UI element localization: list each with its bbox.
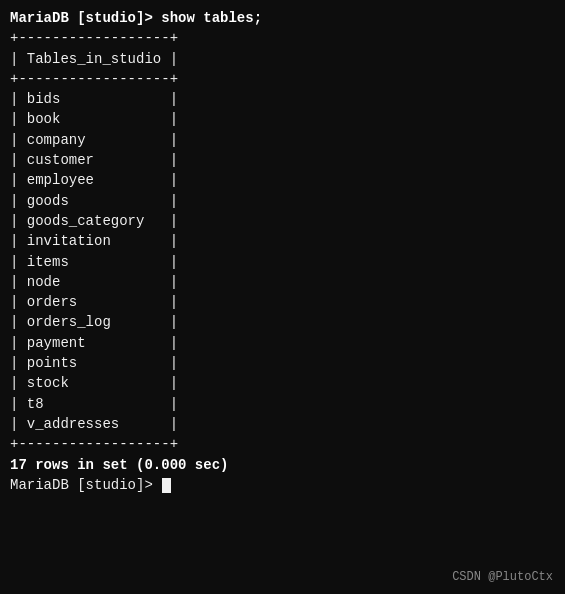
- terminal-line: | items |: [10, 252, 555, 272]
- terminal-line: | company |: [10, 130, 555, 150]
- terminal-line: | v_addresses |: [10, 414, 555, 434]
- terminal-line: 17 rows in set (0.000 sec): [10, 455, 555, 475]
- terminal-line: | payment |: [10, 333, 555, 353]
- terminal-line: | node |: [10, 272, 555, 292]
- terminal-line: MariaDB [studio]> show tables;: [10, 8, 555, 28]
- terminal-line: | customer |: [10, 150, 555, 170]
- terminal-line: | goods |: [10, 191, 555, 211]
- terminal-line: | orders_log |: [10, 312, 555, 332]
- terminal-line: +------------------+: [10, 69, 555, 89]
- watermark: CSDN @PlutoCtx: [452, 570, 553, 584]
- terminal-line: MariaDB [studio]>: [10, 475, 555, 495]
- terminal-line: | book |: [10, 109, 555, 129]
- terminal-line: | stock |: [10, 373, 555, 393]
- terminal-line: | employee |: [10, 170, 555, 190]
- terminal-line: | t8 |: [10, 394, 555, 414]
- terminal-window: MariaDB [studio]> show tables;+---------…: [0, 0, 565, 594]
- terminal-line: | orders |: [10, 292, 555, 312]
- terminal-line: | invitation |: [10, 231, 555, 251]
- terminal-line: | bids |: [10, 89, 555, 109]
- terminal-line: | goods_category |: [10, 211, 555, 231]
- terminal-line: | Tables_in_studio |: [10, 49, 555, 69]
- terminal-cursor: [162, 478, 171, 493]
- terminal-line: | points |: [10, 353, 555, 373]
- terminal-line: +------------------+: [10, 434, 555, 454]
- terminal-line: +------------------+: [10, 28, 555, 48]
